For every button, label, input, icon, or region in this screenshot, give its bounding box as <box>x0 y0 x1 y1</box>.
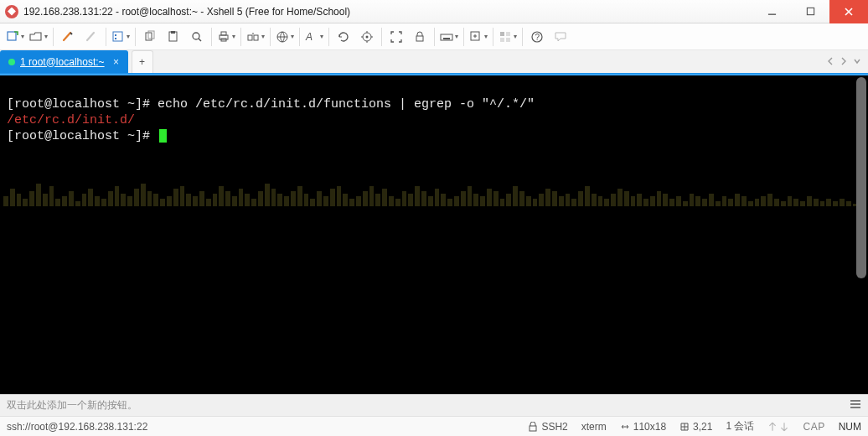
terminal[interactable]: [root@localhost ~]# echo /etc/rc.d/init.… <box>0 74 868 394</box>
terminal-line: [root@localhost ~]# echo /etc/rc.d/init.… <box>7 97 535 112</box>
terminal-content: [root@localhost ~]# echo /etc/rc.d/init.… <box>0 75 868 165</box>
svg-rect-35 <box>530 426 536 431</box>
app-icon <box>5 5 18 18</box>
tile-icon[interactable]: ▾ <box>497 26 519 48</box>
svg-rect-31 <box>500 38 504 42</box>
status-term: xterm <box>581 421 607 433</box>
svg-rect-23 <box>416 36 423 41</box>
transfer-icon[interactable]: ▾ <box>245 26 266 48</box>
lock-icon[interactable] <box>409 26 431 48</box>
tab-session-1[interactable]: 1 root@localhost:~ × <box>0 50 128 73</box>
separator <box>381 28 382 46</box>
new-tab-button[interactable]: + <box>132 50 153 73</box>
separator <box>328 28 329 46</box>
tabstrip: 1 root@localhost:~ × + <box>0 50 868 74</box>
svg-rect-32 <box>506 38 510 42</box>
status-capslock: CAP <box>803 421 824 433</box>
resize-icon <box>620 422 630 432</box>
lock-icon <box>528 422 538 432</box>
status-cursor: 3,21 <box>679 421 712 433</box>
tab-nav <box>826 50 868 73</box>
status-protocol: SSH2 <box>528 421 567 433</box>
help-icon[interactable]: ? <box>526 26 548 48</box>
separator <box>299 28 300 46</box>
paste-icon[interactable] <box>163 26 184 48</box>
svg-rect-29 <box>500 32 504 36</box>
waveform-decoration <box>0 169 868 206</box>
svg-rect-4 <box>8 32 16 40</box>
svg-rect-1 <box>807 8 814 14</box>
language-icon[interactable]: ▾ <box>274 26 296 48</box>
svg-rect-7 <box>115 38 116 39</box>
down-icon <box>779 422 789 432</box>
find-icon[interactable] <box>186 26 208 48</box>
terminal-scrollbar[interactable] <box>855 75 868 394</box>
titlebar: 192.168.238.131:22 - root@localhost:~ - … <box>0 0 868 23</box>
separator <box>106 28 106 46</box>
separator <box>53 28 54 46</box>
maximize-button[interactable] <box>791 0 829 23</box>
print-icon[interactable]: ▾ <box>215 26 237 48</box>
add-icon[interactable]: ▾ <box>468 26 489 48</box>
new-session-button[interactable]: ▾ <box>4 26 26 48</box>
separator <box>270 28 271 46</box>
scroll-thumb[interactable] <box>856 77 866 278</box>
statusbar: ssh://root@192.168.238.131:22 SSH2 xterm… <box>0 416 868 436</box>
svg-rect-27 <box>443 38 450 39</box>
disconnect-icon[interactable] <box>80 26 102 48</box>
tab-next-button[interactable] <box>840 56 848 68</box>
separator <box>493 28 493 46</box>
refresh-icon[interactable] <box>333 26 354 48</box>
separator <box>135 28 136 46</box>
grid-icon <box>679 422 690 432</box>
svg-rect-5 <box>113 32 122 41</box>
reconnect-icon[interactable] <box>57 26 79 48</box>
quickbar-hint: 双击此处添加一个新的按钮。 <box>7 398 137 413</box>
open-button[interactable]: ▾ <box>28 26 49 48</box>
status-connection: ssh://root@192.168.238.131:22 <box>7 421 147 433</box>
status-traffic <box>767 422 789 432</box>
fullscreen-icon[interactable] <box>385 26 407 48</box>
separator <box>211 28 212 46</box>
svg-point-12 <box>193 33 199 39</box>
location-icon[interactable] <box>356 26 378 48</box>
svg-text:A: A <box>305 31 313 43</box>
connected-indicator-icon <box>8 59 15 65</box>
properties-icon[interactable]: ▾ <box>110 26 132 48</box>
separator <box>240 28 241 46</box>
quickbar-menu-button[interactable] <box>850 398 861 413</box>
chat-icon[interactable] <box>550 26 571 48</box>
separator <box>434 28 435 46</box>
svg-text:?: ? <box>535 33 540 42</box>
svg-rect-17 <box>248 35 252 40</box>
toolbar: ▾ ▾ ▾ ▾ ▾ ▾ A▾ <box>0 23 868 50</box>
status-numlock: NUM <box>839 421 861 433</box>
tab-dropdown-button[interactable] <box>853 56 861 68</box>
close-button[interactable] <box>829 0 868 23</box>
terminal-output: /etc/rc.d/init.d/ <box>7 113 135 127</box>
cursor-icon <box>159 129 167 143</box>
svg-line-13 <box>199 39 201 41</box>
svg-rect-18 <box>254 35 258 40</box>
svg-rect-11 <box>171 31 175 34</box>
svg-rect-30 <box>506 32 510 36</box>
separator <box>463 28 464 46</box>
tab-label: 1 root@localhost:~ <box>20 56 105 68</box>
tab-close-button[interactable]: × <box>110 56 123 68</box>
keyboard-icon[interactable]: ▾ <box>438 26 460 48</box>
status-sessions: 1 会话 <box>726 419 754 433</box>
minimize-button[interactable] <box>752 0 791 23</box>
quickbar[interactable]: 双击此处添加一个新的按钮。 <box>0 394 868 416</box>
svg-rect-6 <box>115 34 116 36</box>
window-title: 192.168.238.131:22 - root@localhost:~ - … <box>23 6 752 18</box>
tab-prev-button[interactable] <box>826 56 834 68</box>
terminal-line: [root@localhost ~]# <box>7 129 167 143</box>
svg-rect-15 <box>221 32 226 35</box>
status-size: 110x18 <box>620 421 666 433</box>
svg-point-22 <box>366 35 369 38</box>
up-icon <box>767 422 778 432</box>
separator <box>522 28 523 46</box>
copy-icon[interactable] <box>139 26 161 48</box>
font-icon[interactable]: A▾ <box>303 26 325 48</box>
